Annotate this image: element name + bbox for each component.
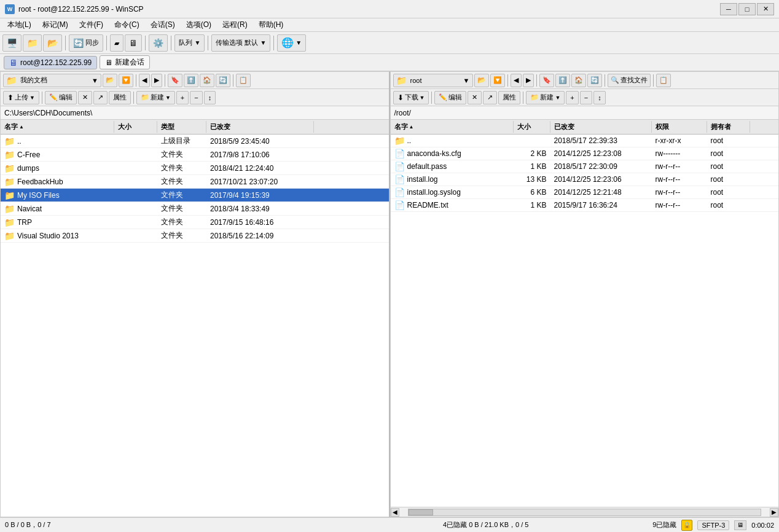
hscroll-thumb[interactable] — [409, 509, 433, 515]
right-file-row[interactable]: 📄install.log 13 KB 2014/12/25 12:23:06 r… — [391, 173, 779, 186]
left-file-list[interactable]: 名字 ▲ 大小 类型 已改变 📁.. 上级目录 2018/5/9 23:45:4… — [1, 120, 389, 517]
right-header-owner[interactable]: 拥有者 — [707, 121, 750, 133]
right-hscroll[interactable]: ◀ ▶ — [391, 507, 779, 517]
right-new-btn[interactable]: 📁 新建 ▼ — [526, 91, 565, 104]
left-refresh-btn[interactable]: 🔄 — [216, 74, 230, 87]
left-bookmarks-btn[interactable]: 🔖 — [168, 74, 182, 87]
left-properties-btn[interactable]: 属性 — [109, 91, 131, 104]
right-sep-1 — [507, 74, 508, 87]
right-header-perm[interactable]: 权限 — [652, 121, 707, 133]
download-button[interactable]: ⬇ 下载 ▼ — [393, 91, 429, 104]
left-filter-btn[interactable]: 🔽 — [119, 74, 133, 87]
menu-mark[interactable]: 标记(M) — [37, 18, 73, 31]
left-file-list-header: 名字 ▲ 大小 类型 已改变 — [1, 120, 389, 135]
minimize-button[interactable]: ─ — [720, 3, 737, 15]
new-session-label: 新建会话 — [115, 57, 144, 68]
left-file-row[interactable]: 📁FeedbackHub 文件夹 2017/10/21 23:07:20 — [1, 175, 389, 189]
right-header-size[interactable]: 大小 — [514, 121, 550, 133]
menu-options[interactable]: 选项(O) — [181, 18, 216, 31]
left-location-dropdown[interactable]: 📁 我的文档 ▼ — [3, 74, 101, 87]
right-header-name[interactable]: 名字 ▲ — [391, 121, 514, 133]
queue-button[interactable]: 队列 ▼ — [174, 34, 205, 52]
toolbar-btn-local-explorer[interactable]: 🖥️ — [2, 34, 22, 52]
left-forward-btn[interactable]: ▶ — [151, 74, 162, 87]
right-add-btn[interactable]: + — [566, 91, 578, 104]
left-browse-btn[interactable]: 📂 — [103, 74, 117, 87]
left-file-row[interactable]: 📁C-Free 文件夹 2017/9/8 17:10:06 — [1, 148, 389, 162]
right-header-date[interactable]: 已改变 — [550, 121, 652, 133]
toolbar-btn-term[interactable]: ▰ — [110, 34, 123, 52]
hscroll-right-btn[interactable]: ▶ — [770, 508, 778, 517]
download-dropdown-icon: ▼ — [420, 95, 425, 101]
right-back-btn[interactable]: ◀ — [511, 74, 522, 87]
left-move-btn[interactable]: ↗ — [93, 91, 108, 104]
toolbar-btn-putty[interactable]: 🖥 — [125, 34, 142, 52]
close-button[interactable]: ✕ — [757, 3, 774, 15]
right-file-list[interactable]: 名字 ▲ 大小 已改变 权限 拥有者 📁.. 2018/5/17 22:39:3… — [391, 120, 779, 507]
toolbar-btn-pref[interactable]: ⚙️ — [149, 34, 168, 52]
new-session-button[interactable]: 🖥 新建会话 — [100, 55, 150, 69]
session-tab[interactable]: 🖥 root@122.152.225.99 — [4, 56, 97, 69]
right-location-dropdown[interactable]: 📁 root ▼ — [393, 74, 473, 87]
right-copy-path-btn[interactable]: 📋 — [656, 74, 671, 87]
menu-file[interactable]: 文件(F) — [74, 18, 108, 31]
left-header-size[interactable]: 大小 — [114, 121, 157, 133]
right-file-row[interactable]: 📄default.pass 1 KB 2018/5/17 22:30:09 rw… — [391, 160, 779, 173]
right-delete-btn[interactable]: − — [580, 91, 592, 104]
globe-button[interactable]: 🌐 ▼ — [277, 34, 306, 52]
left-file-row[interactable]: 📁TRP 文件夹 2017/9/15 16:48:16 — [1, 216, 389, 229]
status-mid: 4已隐藏 0 B / 21.0 KB，0 / 5 — [324, 520, 648, 530]
left-cancel-btn[interactable]: ✕ — [78, 91, 92, 104]
left-header-date[interactable]: 已改变 — [206, 121, 314, 133]
right-properties-btn[interactable]: 属性 — [498, 91, 520, 104]
right-file-row[interactable]: 📄anaconda-ks.cfg 2 KB 2014/12/25 12:23:0… — [391, 147, 779, 160]
left-copy-path-btn[interactable]: 📋 — [236, 74, 251, 87]
right-file-row[interactable]: 📁.. 2018/5/17 22:39:33 r-xr-xr-x root — [391, 135, 779, 147]
maximize-button[interactable]: □ — [738, 3, 756, 15]
left-home-btn[interactable]: 🏠 — [200, 74, 214, 87]
left-add-btn[interactable]: + — [176, 91, 189, 104]
left-header-type[interactable]: 类型 — [157, 121, 206, 133]
left-file-row-selected[interactable]: 📁My ISO Files 文件夹 2017/9/4 19:15:39 — [1, 189, 389, 202]
menu-local[interactable]: 本地(L) — [2, 18, 36, 31]
right-refresh-btn[interactable]: 🔄 — [587, 74, 602, 87]
upload-button[interactable]: ⬆ 上传 ▼ — [3, 91, 39, 104]
transfer-options-button[interactable]: 传输选项 默认 ▼ — [211, 34, 270, 52]
left-new-btn[interactable]: 📁 新建 ▼ — [136, 91, 175, 104]
menu-remote[interactable]: 远程(R) — [217, 18, 252, 31]
right-home-btn[interactable]: 🏠 — [571, 74, 586, 87]
menu-session[interactable]: 会话(S) — [146, 18, 180, 31]
right-move-btn[interactable]: ↗ — [483, 91, 497, 104]
find-files-btn[interactable]: 🔍 查找文件 — [608, 74, 651, 87]
menu-help[interactable]: 帮助(H) — [254, 18, 289, 31]
right-edit-button[interactable]: ✏️ 编辑 — [434, 91, 466, 104]
left-file-row[interactable]: 📁.. 上级目录 2018/5/9 23:45:40 — [1, 135, 389, 148]
left-sort-btn[interactable]: ↕ — [204, 91, 216, 104]
left-up-btn[interactable]: ⬆️ — [184, 74, 198, 87]
right-file-row[interactable]: 📄install.log.syslog 6 KB 2014/12/25 12:2… — [391, 186, 779, 199]
left-header-name[interactable]: 名字 ▲ — [1, 121, 114, 133]
right-cancel-btn[interactable]: ✕ — [468, 91, 482, 104]
hscroll-track[interactable] — [408, 509, 762, 516]
right-up-btn[interactable]: ⬆️ — [555, 74, 570, 87]
toolbar-btn-remote-explorer[interactable]: 📁 — [23, 34, 42, 52]
right-sort-btn[interactable]: ↕ — [593, 91, 606, 104]
right-bookmarks-btn[interactable]: 🔖 — [539, 74, 554, 87]
left-delete-btn[interactable]: − — [190, 91, 202, 104]
left-edit-button[interactable]: ✏️ 编辑 — [45, 91, 77, 104]
left-file-row[interactable]: 📁dumps 文件夹 2018/4/21 12:24:40 — [1, 162, 389, 175]
left-file-row[interactable]: 📁Navicat 文件夹 2018/3/4 18:33:49 — [1, 202, 389, 216]
sync-button[interactable]: 🔄 同步 — [69, 34, 103, 52]
left-back-btn[interactable]: ◀ — [139, 74, 150, 87]
left-file-row[interactable]: 📁Visual Studio 2013 文件夹 2018/5/16 22:14:… — [1, 229, 389, 243]
toolbar-sep-2 — [106, 36, 107, 50]
right-file-row[interactable]: 📄README.txt 1 KB 2015/9/17 16:36:24 rw-r… — [391, 199, 779, 212]
toolbar-btn-open[interactable]: 📂 — [43, 34, 62, 52]
left-location-label: 我的文档 — [18, 76, 90, 85]
right-browse-btn[interactable]: 📂 — [474, 74, 489, 87]
menu-command[interactable]: 命令(C) — [109, 18, 144, 31]
hscroll-left-btn[interactable]: ◀ — [391, 508, 399, 517]
right-forward-btn[interactable]: ▶ — [523, 74, 534, 87]
file-size: 13 KB — [514, 174, 550, 185]
right-filter-btn[interactable]: 🔽 — [490, 74, 505, 87]
